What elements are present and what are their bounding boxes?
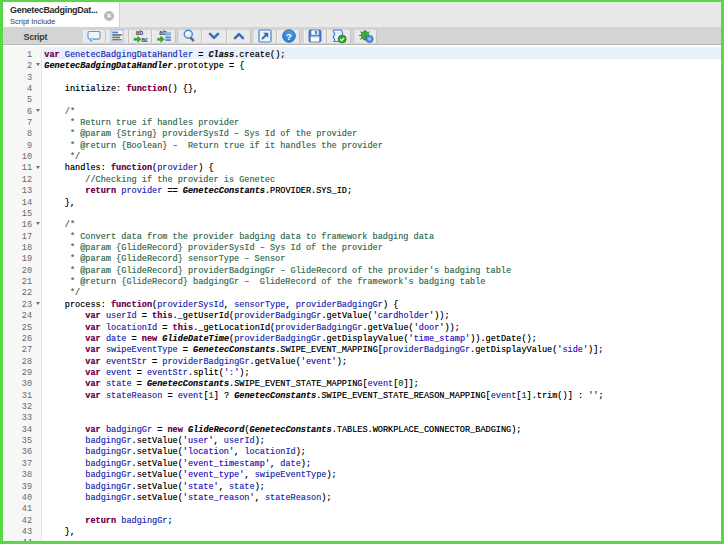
svg-text:?: ? bbox=[286, 31, 292, 42]
svg-text:ac: ac bbox=[142, 36, 148, 43]
